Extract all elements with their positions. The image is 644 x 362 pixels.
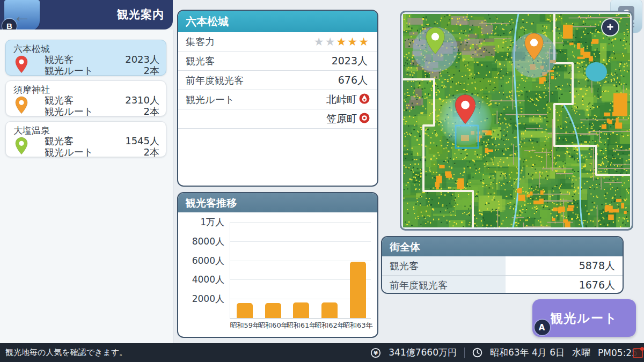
status-message: 観光地毎の人気を確認できます。 xyxy=(5,343,127,362)
x-axis-tick-label: 昭和63年 xyxy=(343,321,373,330)
spot-row-label: 観光客 xyxy=(45,94,74,106)
status-bar: 観光地毎の人気を確認できます。 ¥ 341億7660万円 昭和63年 4月 6日… xyxy=(0,343,644,362)
spot-row-value: 2310人 xyxy=(125,94,159,106)
town-row-visitors: 観光客 5878人 xyxy=(382,256,623,276)
map-pin-icon xyxy=(14,96,28,116)
tour-route-button-label: 観光ルート xyxy=(550,311,618,325)
bar-昭和60年 xyxy=(265,303,281,318)
map-view[interactable] xyxy=(400,11,633,231)
game-date: 昭和63年 4月 6日 xyxy=(490,346,565,359)
x-axis-tick-label: 昭和59年 xyxy=(230,321,260,330)
y-axis-tick-label: 1万人 xyxy=(178,216,224,228)
screen: 観光案内 ← B ? 六本松城 観光客2023人 観光ルート2本 須摩神社 xyxy=(0,0,644,362)
detail-row-tour-route-2: 笠原町 xyxy=(178,109,377,129)
bar-昭和63年 xyxy=(350,262,366,318)
town-panel-title: 街全体 xyxy=(382,237,623,256)
money-icon: ¥ xyxy=(370,348,381,358)
x-axis-line xyxy=(230,318,371,319)
map-marker-layer xyxy=(403,14,630,227)
spot-row-label: 観光ルート xyxy=(45,106,93,117)
town-emblem-icon xyxy=(359,93,370,106)
sidebar-item-oshio-onsen[interactable]: 大塩温泉 観光客1545人 観光ルート2本 xyxy=(5,121,166,157)
controller-a-badge: A xyxy=(535,320,550,335)
detail-row-attraction-power: 集客力 ★★★★★ xyxy=(178,32,377,51)
sidebar-item-rokuhonmatsu-castle[interactable]: 六本松城 観光客2023人 観光ルート2本 xyxy=(5,40,166,76)
bar-昭和62年 xyxy=(321,302,338,318)
spot-row-label: 観光ルート xyxy=(45,65,93,76)
spot-row-value: 2本 xyxy=(144,65,159,76)
town-emblem-icon xyxy=(359,113,370,125)
page-title: 観光案内 xyxy=(117,0,164,29)
x-axis-tick-label: 昭和61年 xyxy=(287,321,317,330)
bar-昭和61年 xyxy=(293,302,309,318)
spot-row-value: 2023人 xyxy=(125,54,159,65)
svg-text:¥: ¥ xyxy=(374,350,378,357)
spot-row-value: 2本 xyxy=(144,146,159,158)
map-pin-icon xyxy=(14,137,28,157)
visitor-trend-chart: 1万人8000人6000人4000人2000人昭和59年昭和60年昭和61年昭和… xyxy=(178,212,377,338)
star-icon: ★ xyxy=(347,35,358,48)
clock-icon xyxy=(472,348,482,358)
spot-row-value: 2本 xyxy=(144,106,159,117)
x-axis-tick-label: 昭和62年 xyxy=(314,321,345,330)
spot-row-label: 観光客 xyxy=(45,54,74,65)
y-axis-tick-label: 8000人 xyxy=(178,235,224,248)
bar-昭和59年 xyxy=(237,303,253,318)
spot-row-label: 観光客 xyxy=(45,135,74,146)
map-zoom-button[interactable]: + xyxy=(602,19,618,35)
sidebar: 六本松城 観光客2023人 観光ルート2本 須摩神社 観光客2310人 観光ルー… xyxy=(0,29,173,343)
town-summary-panel: 街全体 観光客 5878人 前年度観光客 1676人 xyxy=(381,236,624,294)
tour-route-button[interactable]: 観光ルート A xyxy=(532,299,636,337)
y-axis-tick-label: 4000人 xyxy=(178,274,224,286)
chart-title: 観光客推移 xyxy=(178,193,377,212)
town-row-previous-year-visitors: 前年度観光客 1676人 xyxy=(382,276,623,294)
map-pin-icon xyxy=(14,55,28,73)
map-pin-icon xyxy=(523,32,545,61)
detail-row-tour-route-1: 観光ルート 北峠町 xyxy=(178,90,377,109)
sidebar-item-suma-shrine[interactable]: 須摩神社 観光客2310人 観光ルート2本 xyxy=(5,80,166,116)
y-axis-tick-label: 6000人 xyxy=(178,255,224,267)
star-icon: ★ xyxy=(325,35,336,48)
cursor-icon xyxy=(633,348,643,358)
detail-row-visitors: 観光客 2023人 xyxy=(178,51,377,71)
y-axis-tick-label: 2000人 xyxy=(178,293,224,305)
y-axis-line xyxy=(230,222,230,318)
game-weekday: 水曜 xyxy=(572,346,590,359)
money-amount: 341億7660万円 xyxy=(389,346,457,359)
star-icon: ★ xyxy=(358,35,370,48)
game-time: PM05:25 xyxy=(598,348,638,358)
x-axis-tick-label: 昭和60年 xyxy=(258,321,288,330)
spot-row-label: 観光ルート xyxy=(45,146,93,158)
map-pin-icon xyxy=(424,26,447,55)
detail-row-previous-year-visitors: 前年度観光客 676人 xyxy=(178,71,377,90)
star-icon: ★ xyxy=(336,35,348,48)
back-button[interactable]: ← B xyxy=(4,0,40,31)
map-pin-icon xyxy=(453,94,478,125)
spot-row-value: 1545人 xyxy=(125,135,159,146)
status-divider xyxy=(464,348,465,358)
chart-panel: 観光客推移 1万人8000人6000人4000人2000人昭和59年昭和60年昭… xyxy=(177,192,378,338)
detail-panel-title: 六本松城 xyxy=(178,11,377,32)
spot-detail-panel: 六本松城 集客力 ★★★★★ 観光客 2023人 前年度観光客 676人 観光ル… xyxy=(177,10,378,187)
map-pin-icon xyxy=(14,137,28,155)
map-pin-icon xyxy=(14,55,28,76)
star-icon: ★ xyxy=(314,35,325,48)
map-pin-icon xyxy=(14,96,28,114)
